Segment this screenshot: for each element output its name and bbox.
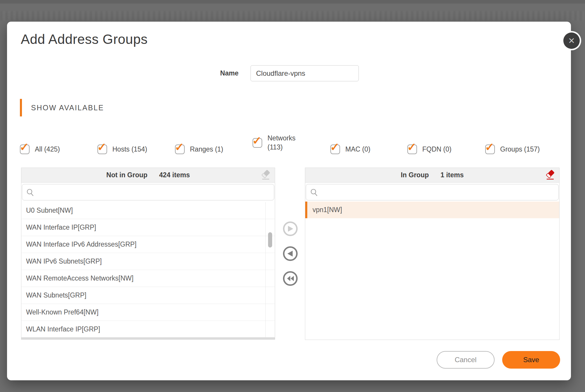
checkbox-fqdn[interactable]: ✓: [407, 145, 417, 154]
not-in-group-count: 424 items: [159, 171, 190, 179]
list-item[interactable]: WAN Interface IP[GRP]: [21, 219, 275, 236]
checkbox-mac[interactable]: ✓: [330, 145, 340, 154]
page-title: Add Address Groups: [21, 30, 147, 48]
in-group-header: In Group 1 items: [305, 168, 559, 183]
move-right-button[interactable]: [283, 221, 298, 236]
move-all-left-button[interactable]: [283, 271, 298, 286]
search-icon: [310, 188, 318, 196]
in-group-title: In Group: [401, 171, 429, 179]
check-icon: ✓: [252, 135, 262, 146]
selected-group-member[interactable]: vpn1[NW]: [305, 202, 559, 218]
check-icon: ✓: [485, 142, 494, 153]
search-icon: [26, 188, 34, 196]
name-input[interactable]: [251, 65, 359, 81]
list-item[interactable]: WAN IPv6 Subnets[GRP]: [21, 253, 275, 270]
section-accent-bar: [20, 99, 22, 116]
not-in-group-title: Not in Group: [106, 171, 147, 179]
filter-groups[interactable]: ✓ Groups (157): [485, 143, 540, 155]
not-in-group-list: U0 Subnet[NW] WAN Interface IP[GRP] WAN …: [21, 202, 275, 337]
clear-filter-button-disabled[interactable]: [261, 170, 271, 180]
backdrop-blurred-content: [0, 11, 585, 20]
checkbox-all[interactable]: ✓: [20, 145, 30, 154]
not-in-group-search-box: [22, 184, 274, 200]
filter-groups-label[interactable]: Groups (157): [500, 145, 540, 153]
filter-fqdn[interactable]: ✓ FQDN (0): [407, 143, 452, 155]
close-button[interactable]: ✕: [563, 32, 580, 49]
list-item[interactable]: WAN Subnets[GRP]: [21, 287, 275, 304]
checkbox-ranges[interactable]: ✓: [175, 145, 185, 154]
check-icon: ✓: [330, 142, 339, 153]
move-left-button[interactable]: [283, 246, 298, 261]
scrollbar-track: [265, 202, 266, 337]
backdrop-top-strip: [0, 0, 585, 4]
not-in-group-search-input[interactable]: [37, 186, 270, 198]
filter-hosts[interactable]: ✓ Hosts (154): [97, 143, 147, 155]
check-icon: ✓: [175, 142, 184, 153]
double-arrow-left-icon: [287, 275, 294, 282]
list-item[interactable]: WLAN Interface IP[GRP]: [21, 321, 275, 337]
section-header: SHOW AVAILABLE: [31, 99, 104, 116]
arrow-right-icon: [287, 225, 294, 232]
filter-mac-label[interactable]: MAC (0): [345, 145, 370, 153]
filter-fqdn-label[interactable]: FQDN (0): [422, 145, 452, 153]
screen-backdrop: Add Address Groups ✕ Name SHOW AVAILABLE…: [0, 0, 585, 392]
in-group-search-input[interactable]: [321, 186, 554, 198]
in-group-count: 1 items: [440, 171, 464, 179]
horizontal-scrollbar[interactable]: [21, 337, 275, 339]
filter-all[interactable]: ✓ All (425): [20, 143, 60, 155]
filter-ranges[interactable]: ✓ Ranges (1): [175, 143, 223, 155]
not-in-group-panel: Not in Group 424 items: [21, 168, 275, 340]
in-group-search-box: [306, 184, 559, 200]
clear-group-button[interactable]: [545, 170, 555, 180]
list-item[interactable]: WAN RemoteAccess Networks[NW]: [21, 270, 275, 287]
close-icon: ✕: [568, 36, 575, 46]
check-icon: ✓: [97, 142, 107, 153]
in-group-panel: In Group 1 items: [305, 168, 560, 340]
check-icon: ✓: [20, 142, 29, 153]
list-item[interactable]: WAN Interface IPv6 Addresses[GRP]: [21, 236, 275, 253]
eraser-icon: [261, 170, 271, 180]
arrow-left-icon: [287, 250, 294, 257]
filter-networks[interactable]: ✓ Networks (113): [253, 133, 302, 152]
filter-all-label[interactable]: All (425): [35, 145, 60, 153]
list-item[interactable]: Well-Known Pref64[NW]: [21, 304, 275, 321]
filter-hosts-label[interactable]: Hosts (154): [112, 145, 147, 153]
checkbox-groups[interactable]: ✓: [485, 145, 495, 154]
eraser-icon-red: [545, 170, 555, 180]
list-item[interactable]: U0 Subnet[NW]: [21, 202, 275, 219]
add-address-groups-dialog: Add Address Groups ✕ Name SHOW AVAILABLE…: [7, 22, 571, 380]
name-field-label: Name: [202, 65, 239, 81]
checkbox-networks[interactable]: ✓: [253, 138, 262, 148]
check-icon: ✓: [407, 142, 416, 153]
checkbox-hosts[interactable]: ✓: [97, 145, 107, 154]
cancel-button[interactable]: Cancel: [437, 351, 495, 369]
save-button[interactable]: Save: [502, 351, 560, 369]
scrollbar-thumb[interactable]: [268, 232, 272, 247]
filter-ranges-label[interactable]: Ranges (1): [190, 145, 223, 153]
filter-networks-label[interactable]: Networks (113): [267, 134, 302, 152]
not-in-group-header: Not in Group 424 items: [21, 168, 275, 183]
filter-mac[interactable]: ✓ MAC (0): [330, 143, 370, 155]
